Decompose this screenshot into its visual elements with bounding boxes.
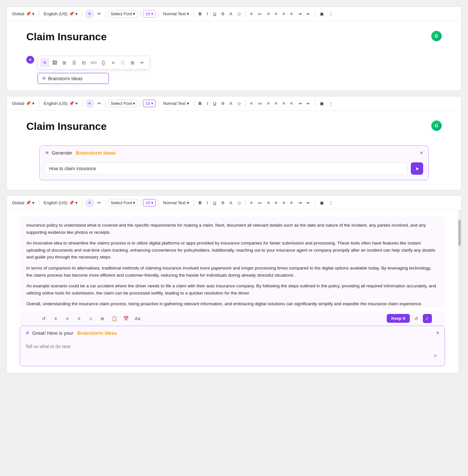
plus-btn[interactable]: ⊕ (98, 314, 107, 323)
align-left-1[interactable]: ≡ (265, 10, 272, 17)
indent-2[interactable]: ⇥ (296, 100, 304, 107)
align-left-3[interactable]: ≡ (265, 199, 272, 206)
outdent-2[interactable]: ⇤ (305, 100, 312, 107)
underline-btn-1[interactable]: U (211, 10, 218, 17)
align-justify-3[interactable]: ≡ (288, 199, 295, 206)
columns-tool[interactable]: ⊞ (60, 58, 69, 67)
underline-btn-2[interactable]: U (211, 100, 218, 107)
text-color-btn-1[interactable]: A (228, 10, 234, 17)
table-btn-3[interactable]: ▣ (318, 199, 326, 206)
global-btn-3[interactable]: Global 📌 ▾ (10, 199, 36, 206)
highlight-btn-3[interactable]: ◇ (236, 199, 243, 206)
bold-btn-3[interactable]: B (197, 199, 203, 206)
emoji-btn[interactable]: ☺ (86, 314, 95, 323)
grammarly-icon-2[interactable]: G (431, 120, 442, 131)
strikethrough-btn-1[interactable]: S (219, 10, 226, 17)
box-tool[interactable]: □ (118, 58, 127, 67)
text-color-btn-3[interactable]: A (228, 199, 234, 206)
image-tool[interactable]: 🖼 (50, 58, 59, 67)
more-btn-1[interactable]: ⋮ (327, 10, 335, 17)
text-style-btn-1[interactable]: Normal Text ▾ (161, 10, 191, 17)
format-btn-2[interactable]: ≡ (63, 314, 72, 323)
ul-btn-2[interactable]: ≡ (248, 100, 255, 107)
indent-1[interactable]: ⇥ (296, 10, 304, 17)
language-btn-1[interactable]: English (US) 📌 ▾ (42, 10, 80, 17)
pen-btn-3[interactable]: ✏ (96, 199, 103, 206)
align-left-2[interactable]: ≡ (265, 100, 272, 107)
align-center-3[interactable]: ≡ (273, 199, 280, 206)
clip-btn[interactable]: 📋 (110, 314, 119, 323)
outdent-1[interactable]: ⇤ (305, 10, 312, 17)
ol-btn-3[interactable]: ≔ (256, 199, 264, 206)
ol-btn-1[interactable]: ≔ (256, 10, 264, 17)
bold-btn-1[interactable]: B (197, 10, 203, 17)
format-btn-3[interactable]: ≡ (74, 314, 84, 323)
text-color-btn-2[interactable]: A (228, 100, 234, 107)
align-center-1[interactable]: ≡ (273, 10, 280, 17)
code-block-tool[interactable]: {} (99, 58, 108, 67)
bold-btn-2[interactable]: B (197, 100, 203, 107)
align-right-3[interactable]: ≡ (280, 199, 287, 206)
grammarly-icon-1[interactable]: G (431, 31, 442, 41)
global-btn-2[interactable]: Global 📌 ▾ (10, 100, 36, 107)
font-size-dropdown-1[interactable]: 16 ▾ (143, 10, 155, 18)
ai-btn-3[interactable]: ✳ (85, 198, 94, 207)
font-dropdown-3[interactable]: Select Font ▾ (109, 199, 138, 207)
ai-btn-1[interactable]: ✳ (85, 9, 94, 19)
scrollbar-track[interactable] (458, 210, 461, 373)
keep-it-btn[interactable]: Keep It (387, 314, 410, 323)
italic-btn-3[interactable]: I (205, 199, 210, 206)
generate-send-btn[interactable]: ➤ (411, 162, 423, 175)
ul-btn-1[interactable]: ≡ (248, 10, 255, 17)
font-btn[interactable]: Aa (133, 314, 142, 323)
ul-btn-3[interactable]: ≡ (248, 199, 255, 206)
format-btn-1[interactable]: ≡ (51, 314, 60, 323)
language-btn-3[interactable]: English (US) 📌 ▾ (42, 199, 80, 206)
list-tool[interactable]: ☰ (70, 58, 79, 67)
global-btn-1[interactable]: Global 📌 ▾ (10, 10, 36, 17)
grid-tool[interactable]: ⊞ (128, 58, 137, 67)
font-size-dropdown-2[interactable]: 16 ▾ (143, 100, 155, 107)
align-justify-2[interactable]: ≡ (288, 100, 295, 107)
table-btn-1[interactable]: ▣ (318, 10, 326, 17)
calendar-btn[interactable]: 📅 (121, 314, 130, 323)
font-dropdown-1[interactable]: Select Font ▾ (109, 10, 138, 18)
outdent-3[interactable]: ⇤ (305, 199, 312, 206)
strikethrough-btn-2[interactable]: S (219, 100, 226, 107)
ai-suggestion-pill[interactable]: ✳ Brainstorm Ideas (37, 73, 109, 84)
ai-btn-2[interactable]: ✳ (85, 99, 94, 108)
italic-btn-2[interactable]: I (205, 100, 210, 107)
align-justify-1[interactable]: ≡ (288, 10, 295, 17)
result-modal-input[interactable] (25, 343, 439, 350)
refresh-content-btn[interactable]: ↺ (39, 314, 48, 323)
align-right-2[interactable]: ≡ (280, 100, 287, 107)
result-modal-close-btn[interactable]: × (436, 330, 439, 336)
language-btn-2[interactable]: English (US) 📌 ▾ (42, 100, 80, 107)
highlight-btn-2[interactable]: ◇ (236, 100, 243, 107)
result-send-icon[interactable]: ➤ (432, 352, 439, 359)
align-right-1[interactable]: ≡ (280, 10, 287, 17)
align-tool[interactable]: ≡ (109, 58, 118, 67)
generate-modal-close-btn[interactable]: × (420, 150, 423, 156)
close-floating-toolbar[interactable]: × (26, 56, 34, 64)
indent-3[interactable]: ⇥ (296, 199, 304, 206)
refresh-btn[interactable]: ↺ (412, 314, 421, 323)
table-tool[interactable]: ⊟ (79, 58, 88, 67)
highlight-btn-1[interactable]: ◇ (236, 10, 243, 17)
more-btn-2[interactable]: ⋮ (327, 100, 335, 107)
table-btn-2[interactable]: ▣ (318, 100, 326, 107)
underline-btn-3[interactable]: U (211, 199, 218, 206)
text-style-btn-3[interactable]: Normal Text ▾ (161, 199, 191, 206)
cursor-tool[interactable]: ✳ (40, 58, 49, 67)
generate-modal-input[interactable] (45, 162, 408, 175)
text-style-btn-2[interactable]: Normal Text ▾ (161, 100, 191, 107)
more-btn-3[interactable]: ⋮ (327, 199, 335, 206)
font-dropdown-2[interactable]: Select Font ▾ (109, 100, 138, 107)
ol-btn-2[interactable]: ≔ (256, 100, 264, 107)
code-tool[interactable]: </> (89, 58, 98, 67)
font-size-dropdown-3[interactable]: 16 ▾ (143, 199, 155, 207)
pen-btn-1[interactable]: ✏ (96, 10, 103, 17)
pen-btn-2[interactable]: ✏ (96, 100, 103, 107)
italic-btn-1[interactable]: I (205, 10, 210, 17)
pen-tool[interactable]: ✏ (138, 58, 147, 67)
